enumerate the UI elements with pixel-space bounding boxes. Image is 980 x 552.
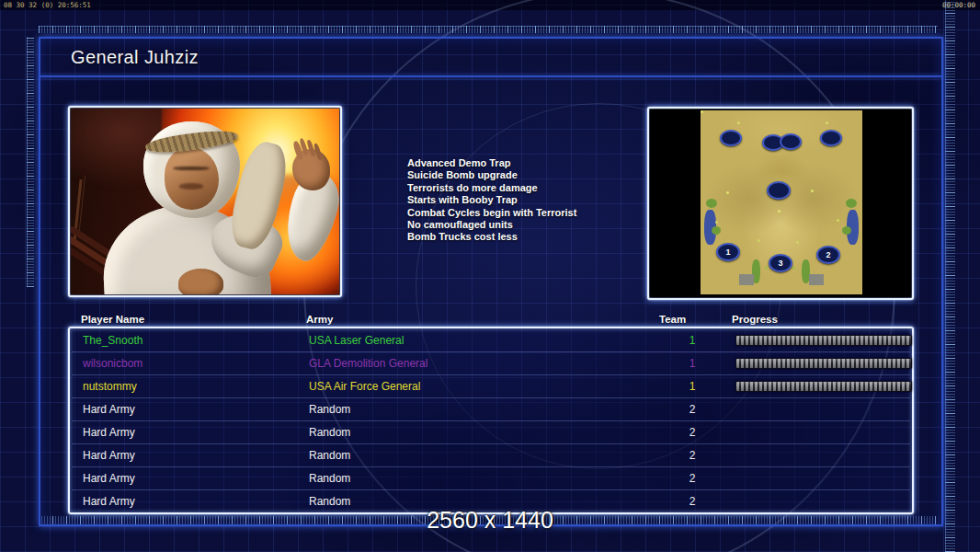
ruler-right (945, 0, 955, 552)
start-position-marker: 3 (769, 254, 792, 272)
vegetation-patch (712, 226, 721, 235)
cell-army: Random (309, 472, 350, 485)
vegetation-patch (846, 199, 857, 208)
general-lower-hand (178, 269, 224, 294)
vegetation-patch (842, 226, 851, 235)
ability-line: Suicide Bomb upgrade (407, 169, 637, 181)
cell-team: 2 (665, 449, 720, 462)
ability-line: Starts with Booby Trap (407, 194, 637, 206)
supply-dock-oval (820, 130, 842, 146)
cell-team: 2 (665, 472, 720, 485)
cell-team: 1 (665, 334, 720, 347)
ruler-top (39, 26, 938, 33)
resolution-watermark: 2560 x 1440 (0, 507, 980, 534)
cell-player-name: nutstommy (83, 380, 137, 393)
general-head (143, 121, 240, 218)
table-row: Hard ArmyRandom2 (72, 398, 910, 421)
supply-dock-oval (767, 181, 791, 200)
cell-player-name: Hard Army (83, 426, 135, 439)
general-raised-hand (292, 149, 330, 190)
cell-team: 1 (665, 357, 720, 370)
cell-army: USA Air Force General (309, 380, 420, 393)
minimap: 1 2 3 (701, 110, 862, 294)
cell-team: 2 (665, 495, 720, 508)
minimap-panel: 1 2 3 (647, 107, 914, 300)
column-header-army: Army (306, 314, 333, 325)
title-divider (40, 75, 941, 77)
ability-line: Bomb Trucks cost less (407, 231, 637, 243)
cell-team: 2 (665, 426, 720, 439)
cell-player-name: Hard Army (83, 495, 135, 508)
structure-block (739, 274, 754, 285)
cell-player-name: Hard Army (83, 449, 135, 462)
cell-army: Random (309, 449, 350, 462)
page-title: General Juhziz (71, 47, 199, 68)
general-face (165, 147, 219, 209)
ability-line: Advanced Demo Trap (407, 157, 637, 169)
portrait-scene (71, 109, 339, 294)
ability-line: Terrorists do more damage (407, 182, 637, 194)
table-row: Hard ArmyRandom2 (72, 444, 910, 467)
table-row: wilsonicbomGLA Demolition General1 (72, 352, 910, 375)
cell-army: Random (309, 403, 350, 416)
player-table: The_SnoothUSA Laser General1wilsonicbomG… (68, 327, 914, 514)
supply-dock-oval (720, 130, 742, 146)
column-header-team: Team (659, 314, 686, 325)
cell-player-name: wilsonicbom (83, 357, 142, 370)
progress-bar (735, 381, 912, 392)
table-row: The_SnoothUSA Laser General1 (72, 329, 910, 352)
column-header-progress: Progress (732, 314, 778, 325)
minimap-letterbox: 1 2 3 (650, 109, 911, 297)
general-portrait (68, 106, 342, 297)
cell-team: 1 (665, 380, 720, 393)
ruler-left (27, 37, 34, 287)
column-header-player: Player Name (81, 314, 144, 325)
cell-player-name: The_Snooth (83, 334, 142, 347)
loading-screen: 08 30 32 (0) 20:56:51 00:00:00 General J… (0, 0, 980, 552)
supply-dock-oval (780, 133, 802, 150)
table-row: Hard ArmyRandom2 (72, 467, 910, 490)
progress-bar (735, 335, 912, 346)
structure-block (809, 274, 824, 285)
table-row: Hard ArmyRandom2 (72, 421, 910, 444)
status-bar: 08 30 32 (0) 20:56:51 00:00:00 (0, 0, 980, 10)
cell-army: Random (309, 495, 350, 508)
cell-player-name: Hard Army (83, 472, 135, 485)
map-detail-dots (701, 110, 703, 113)
ability-line: No camouflaged units (407, 219, 637, 231)
cell-team: 2 (665, 403, 720, 416)
cell-player-name: Hard Army (83, 403, 135, 416)
table-row: nutstommyUSA Air Force General1 (72, 375, 910, 398)
progress-bar (735, 358, 912, 369)
cell-army: USA Laser General (309, 334, 404, 347)
abilities-list: Advanced Demo TrapSuicide Bomb upgradeTe… (407, 157, 637, 244)
cell-army: Random (309, 426, 350, 439)
session-timer: 08 30 32 (0) 20:56:51 (4, 0, 91, 10)
ability-line: Combat Cycles begin with Terrorist (407, 207, 637, 219)
cell-army: GLA Demolition General (309, 357, 427, 370)
player-rows: The_SnoothUSA Laser General1wilsonicbomG… (72, 329, 910, 512)
start-position-marker: 2 (816, 246, 840, 264)
start-position-marker: 1 (716, 243, 740, 261)
vegetation-patch (706, 199, 717, 208)
